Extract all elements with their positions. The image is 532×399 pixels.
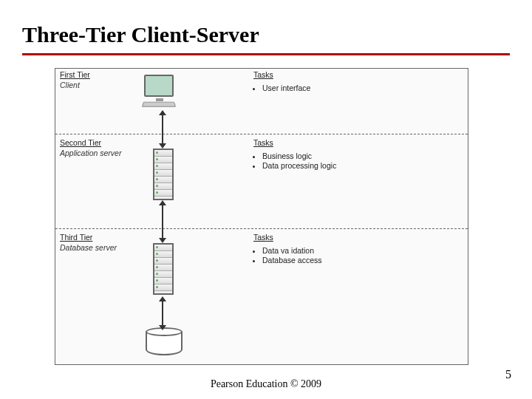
tier-2-role: Application server <box>60 149 121 157</box>
footer-copyright: Pearson Education © 2009 <box>0 378 532 390</box>
arrow-tier3-db-icon <box>162 301 163 326</box>
tier-3-name: Third Tier <box>60 233 117 242</box>
tier-2-labels: Second Tier Application server <box>60 138 121 157</box>
tier-3-role: Database server <box>60 243 117 252</box>
task-item: Business logic <box>262 151 336 160</box>
client-computer-icon <box>144 75 175 107</box>
tier-1-name: First Tier <box>60 70 90 79</box>
tier-3-tasks-head: Tasks <box>253 233 273 242</box>
task-item: Database access <box>262 256 322 265</box>
tier-1: First Tier Client Tasks User interface <box>55 69 468 132</box>
tier-1-tasks-head: Tasks <box>253 70 273 79</box>
application-server-icon <box>153 149 174 200</box>
tier-2-tasks: Business logic Data processing logic <box>253 151 336 171</box>
tier-2-name: Second Tier <box>60 138 121 147</box>
diagram-frame: First Tier Client Tasks User interface S… <box>55 68 468 365</box>
tier-3: Third Tier Database server Tasks Data va… <box>55 231 468 321</box>
tier-separator-2 <box>55 228 468 229</box>
database-icon <box>146 327 183 360</box>
tier-1-role: Client <box>60 81 90 89</box>
database-server-icon <box>153 243 174 295</box>
tier-3-labels: Third Tier Database server <box>60 233 117 252</box>
page-number: 5 <box>505 368 511 381</box>
slide-title: Three-Tier Client-Server <box>0 0 532 50</box>
tier-2-tasks-head: Tasks <box>253 138 273 147</box>
tier-2: Second Tier Application server Tasks Bus… <box>55 137 468 227</box>
task-item: Data processing logic <box>262 161 336 170</box>
title-underline <box>22 53 510 55</box>
arrow-tier1-tier2-icon <box>162 115 163 144</box>
task-item: User interface <box>262 83 310 92</box>
tier-3-tasks: Data va idation Database access <box>253 246 322 265</box>
tier-separator-1 <box>55 134 468 134</box>
task-item: Data va idation <box>262 246 322 255</box>
slide: Three-Tier Client-Server First Tier Clie… <box>0 0 532 399</box>
tier-1-tasks: User interface <box>253 83 310 93</box>
arrow-tier2-tier3-icon <box>162 205 163 239</box>
tier-1-labels: First Tier Client <box>60 70 90 89</box>
